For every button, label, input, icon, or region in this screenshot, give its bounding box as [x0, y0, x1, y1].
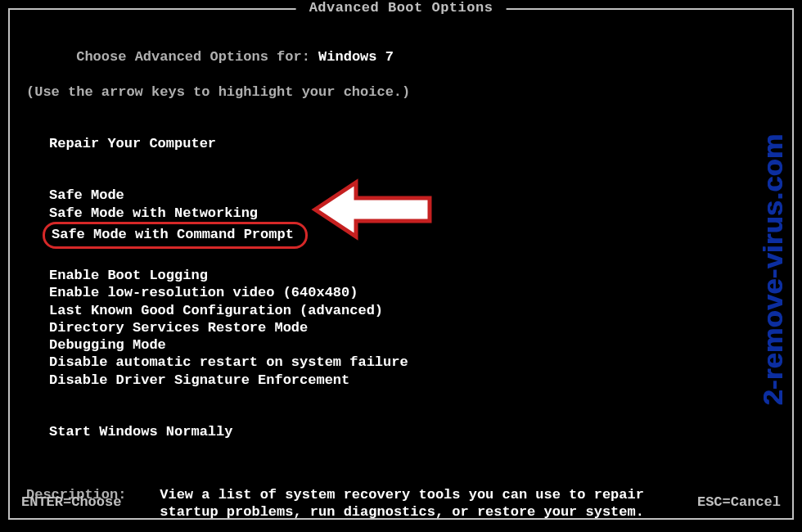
- option-disable-auto-restart[interactable]: Disable automatic restart on system fail…: [26, 354, 776, 371]
- os-name: Windows 7: [318, 49, 394, 65]
- window-title: Advanced Boot Options: [296, 0, 507, 16]
- option-safe-mode-cmd[interactable]: Safe Mode with Command Prompt: [43, 222, 308, 249]
- option-repair[interactable]: Repair Your Computer: [26, 135, 776, 152]
- option-disable-driver-sig[interactable]: Disable Driver Signature Enforcement: [26, 372, 776, 389]
- watermark-text: 2-remove-virus.com: [756, 133, 788, 405]
- content-area: Choose Advanced Options for: Windows 7 (…: [10, 10, 792, 521]
- footer-bar: ENTER=Choose ESC=Cancel: [21, 494, 781, 510]
- arrow-shape: [315, 183, 430, 237]
- choose-prefix: Choose Advanced Options for:: [76, 49, 318, 65]
- option-low-res[interactable]: Enable low-resolution video (640x480): [26, 284, 776, 301]
- option-boot-logging[interactable]: Enable Boot Logging: [26, 267, 776, 284]
- footer-enter: ENTER=Choose: [21, 494, 121, 510]
- choose-line: Choose Advanced Options for: Windows 7: [26, 31, 776, 83]
- option-start-normally[interactable]: Start Windows Normally: [26, 423, 776, 440]
- footer-esc: ESC=Cancel: [697, 494, 781, 510]
- option-dsrm[interactable]: Directory Services Restore Mode: [26, 319, 776, 336]
- arrow-pointer-icon: [311, 178, 434, 241]
- boot-options-frame: Advanced Boot Options Choose Advanced Op…: [8, 8, 794, 520]
- option-lkgc[interactable]: Last Known Good Configuration (advanced): [26, 302, 776, 319]
- option-debug[interactable]: Debugging Mode: [26, 336, 776, 354]
- hint-line: (Use the arrow keys to highlight your ch…: [26, 83, 776, 101]
